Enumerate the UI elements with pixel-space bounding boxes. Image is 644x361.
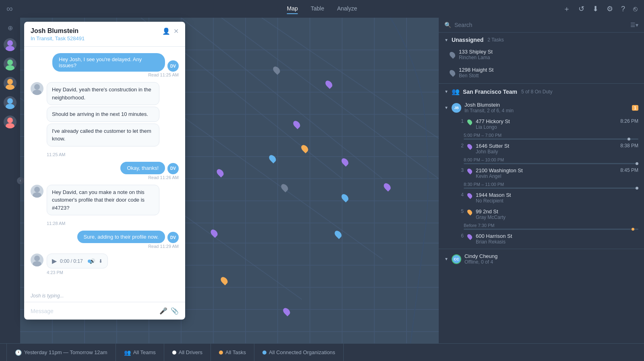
sidebar-avatar-4[interactable]	[4, 96, 17, 109]
message-received-2: Hey David, can you make a note on this c…	[31, 185, 179, 216]
msg-bubble-3: Sure, adding to their profile now.	[77, 231, 165, 243]
svg-point-7	[6, 104, 14, 109]
orgs-dot	[262, 351, 266, 355]
msg-avatar-recv-1	[31, 82, 43, 95]
chat-person-icon[interactable]: 👤	[162, 27, 170, 35]
message-received-1: Hey David, yeah there's construction in …	[31, 82, 179, 146]
cindy-driver-header[interactable]: ▼ CC Cindy Cheung Offline, 0 of 4	[439, 249, 644, 267]
stop-2[interactable]: 2 1646 Sutter St John Baily 8:38 PM	[439, 140, 644, 157]
cindy-caret[interactable]: ▼	[444, 257, 448, 261]
bottom-orgs-label: All Connected Organizations	[269, 349, 335, 355]
sidebar-map-icon[interactable]: ⊕	[8, 24, 13, 32]
stop-time-1: 8:26 PM	[620, 118, 638, 124]
microphone-icon[interactable]: 🎤	[159, 307, 167, 315]
unassigned-task-1[interactable]: 133 Shipley St Rinchen Lama	[439, 45, 644, 64]
audio-download-icon[interactable]: ⬇	[99, 258, 103, 264]
stop-progress-dot-1	[627, 138, 630, 140]
stop-num-4: 4	[456, 192, 464, 198]
bottom-time-range[interactable]: 🕐 Yesterday 11pm — Tomorrow 12am	[6, 344, 116, 361]
chat-messages: Hey Josh, I see you're delayed. Any issu…	[24, 47, 185, 293]
stop-dot-4	[466, 192, 473, 199]
cindy-name: Cindy Cheung	[464, 253, 638, 259]
audio-time-stamp: 4:23 PM	[47, 270, 108, 275]
stop-progress-3	[464, 188, 638, 189]
message-sent-3: Sure, adding to their profile now. DV Re…	[31, 231, 179, 249]
josh-caret[interactable]: ▼	[444, 105, 448, 110]
app-logo: ∞	[6, 4, 13, 14]
svg-line-38	[262, 18, 439, 138]
stop-num-6: 6	[456, 233, 464, 239]
svg-point-9	[6, 123, 14, 128]
svg-point-1	[6, 46, 14, 51]
sidebar-collapse-arrow[interactable]: ‹	[17, 177, 24, 184]
message-input[interactable]	[31, 308, 156, 314]
help-icon[interactable]: ?	[621, 5, 625, 13]
settings-icon[interactable]: ⚙	[607, 4, 613, 13]
sidebar-avatar-1[interactable]	[4, 38, 17, 51]
sf-team-subtitle: 5 of 8 On Duty	[521, 89, 552, 95]
svg-point-2	[7, 60, 13, 65]
bottom-time-label: Yesterday 11pm — Tomorrow 12am	[24, 349, 107, 355]
list-view-icon[interactable]: ☰▾	[630, 22, 638, 28]
stop-address-2: 1646 Sutter St	[476, 143, 616, 149]
svg-point-5	[6, 85, 14, 90]
sf-caret[interactable]: ▼	[444, 89, 448, 94]
add-icon[interactable]: ＋	[563, 4, 570, 14]
stop-1[interactable]: 1 477 Hickory St Lia Longo 8:26 PM	[439, 116, 644, 132]
svg-point-0	[7, 40, 13, 46]
task-name-1: Rinchen Lama	[459, 55, 638, 60]
msg-bubble-1: Hey Josh, I see you're delayed. Any issu…	[52, 53, 165, 72]
stop-6[interactable]: 6 600 Harrison St Brian Rekasis	[439, 231, 644, 247]
tasks-dot	[219, 351, 223, 355]
svg-point-48	[33, 261, 41, 266]
logout-icon[interactable]: ⎋	[633, 5, 638, 13]
unassigned-task-2[interactable]: 1298 Haight St Ben Stott	[439, 64, 644, 82]
message-sent-2: Okay, thanks! DV Read 11:26 AM	[31, 162, 179, 180]
msg-avatar-sent-1: DV	[167, 60, 179, 72]
msg-avatar-recv-2	[31, 185, 43, 198]
people-icon: 👥	[124, 349, 131, 356]
stop-num-1: 1	[456, 118, 464, 124]
svg-point-44	[33, 90, 41, 95]
top-navigation: ∞ Map Table Analyze ＋ ↺ ⬇ ⚙ ? ⎋	[0, 0, 644, 18]
msg-text-recv-1: Hey David, yeah there's construction in …	[47, 82, 159, 105]
tab-map[interactable]: Map	[287, 4, 298, 14]
stop-name-4: No Recipient	[476, 198, 638, 204]
stop-address-5: 99 2nd St	[476, 208, 638, 215]
bottom-all-teams[interactable]: 👥 All Teams	[116, 344, 164, 361]
msg-text-recv-2: Hey David, can you make a note on this c…	[47, 185, 159, 216]
stop-range-1: 5:00 PM – 7:00 PM	[439, 133, 644, 138]
chat-task-link[interactable]: Task 528491	[55, 35, 85, 41]
bottom-all-tasks[interactable]: All Tasks	[211, 344, 254, 361]
audio-play-button[interactable]: ▶	[52, 257, 57, 265]
bottom-all-orgs[interactable]: All Connected Organizations	[254, 344, 344, 361]
sidebar-avatar-3[interactable]	[4, 77, 17, 90]
nav-tabs: Map Table Analyze	[287, 4, 357, 14]
chat-subtitle: In Transit, Task 528491	[31, 35, 85, 41]
josh-status: In Transit, 2 of 6, 4 min	[464, 108, 629, 113]
tab-table[interactable]: Table	[311, 4, 324, 14]
typing-indicator: Josh is typing...	[24, 293, 185, 302]
attachment-icon[interactable]: 📎	[171, 307, 179, 315]
tab-analyze[interactable]: Analyze	[337, 4, 357, 14]
clock-icon: 🕐	[15, 349, 22, 356]
download-icon[interactable]: ⬇	[592, 4, 599, 13]
unassigned-caret[interactable]: ▼	[444, 38, 448, 42]
josh-driver-header[interactable]: ▼ JB Josh Blumstein In Transit, 2 of 6, …	[439, 98, 644, 116]
message-audio: ▶ 0:00 / 0:17 🔊 ⬇ 4:23 PM	[31, 254, 179, 275]
stop-5[interactable]: 5 99 2nd St Gray McCarty	[439, 206, 644, 223]
chat-close-icon[interactable]: ✕	[173, 27, 179, 35]
stop-address-6: 600 Harrison St	[476, 233, 638, 239]
stop-progress-1	[464, 138, 638, 140]
audio-player[interactable]: ▶ 0:00 / 0:17 🔊 ⬇	[47, 254, 108, 268]
svg-line-36	[221, 18, 439, 179]
bottom-all-drivers[interactable]: All Drivers	[164, 344, 211, 361]
stop-4[interactable]: 4 1944 Mason St No Recipient	[439, 190, 644, 206]
search-input[interactable]	[454, 22, 627, 28]
sidebar-avatar-2[interactable]	[4, 58, 17, 70]
stop-3[interactable]: 3 2100 Washington St Kevin Angel 8:45 PM	[439, 165, 644, 182]
stop-range-5: Before 7:30 PM	[439, 223, 644, 228]
stop-progress-dot-3	[636, 187, 638, 190]
history-icon[interactable]: ↺	[578, 4, 584, 13]
sidebar-avatar-5[interactable]	[4, 116, 17, 128]
